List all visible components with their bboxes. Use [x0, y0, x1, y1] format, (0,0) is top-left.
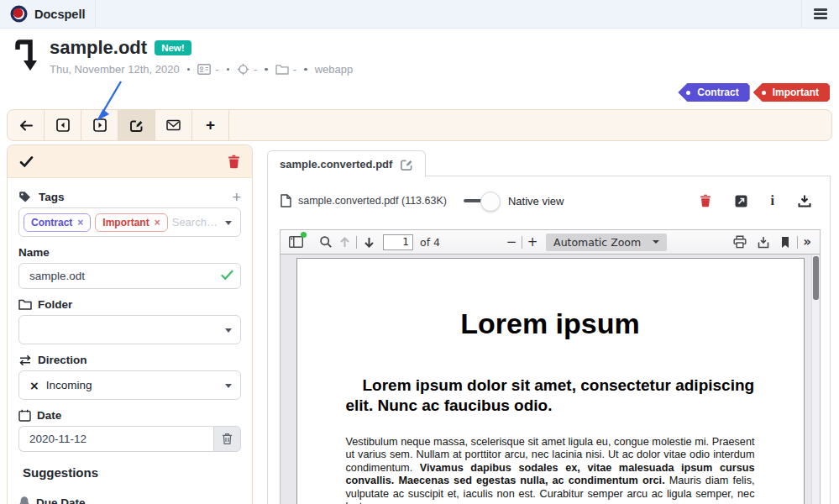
- file-name-size: sample.converted.pdf (113.63K): [298, 195, 447, 207]
- confirm-check-icon[interactable]: [19, 155, 34, 168]
- add-tag-button[interactable]: +: [232, 192, 241, 203]
- concerning-meta: -: [237, 63, 257, 76]
- date-field-group: [18, 426, 241, 452]
- hamburger-icon: [814, 8, 827, 19]
- rename-attachment-icon[interactable]: [400, 158, 413, 171]
- item-date: Thu, November 12th, 2020: [50, 63, 180, 76]
- zoom-out-button[interactable]: −: [504, 234, 519, 249]
- name-section-label: Name: [18, 246, 241, 259]
- tag-important[interactable]: Important: [753, 83, 830, 102]
- clear-date-button[interactable]: [213, 426, 241, 452]
- direction-select[interactable]: × Incoming: [18, 370, 241, 400]
- zoom-in-button[interactable]: +: [525, 234, 540, 249]
- pdf-toolbar: of 4 − + Automatic Zoom »: [281, 230, 820, 255]
- delete-attachment-icon[interactable]: [700, 194, 711, 207]
- folder-label: Folder: [38, 298, 72, 311]
- item-meta-row: Thu, November 12th, 2020 - -: [50, 63, 353, 76]
- docspell-app: Docspell sample.odt New! Thu, November 1…: [0, 0, 839, 504]
- toggle-sidebar-button[interactable]: [286, 233, 305, 251]
- edit-icon: [129, 118, 144, 133]
- direction-section-label: Direction: [18, 354, 241, 366]
- bell-icon: [18, 496, 30, 504]
- dot-separator: [227, 68, 230, 71]
- remove-tag-icon[interactable]: ×: [155, 217, 160, 228]
- folder-section-label: Folder: [18, 298, 241, 311]
- caret-square-left-icon: [56, 118, 70, 132]
- suggestions-heading: Suggestions: [18, 465, 241, 480]
- concerning-value: -: [254, 63, 257, 76]
- native-view-label: Native view: [508, 195, 564, 207]
- save-document-button[interactable]: [754, 233, 773, 251]
- tag-chip-important[interactable]: Important ×: [95, 213, 167, 232]
- pdf-page: Lorem ipsum Lorem ipsum dolor sit amet, …: [296, 258, 805, 504]
- name-input[interactable]: [18, 263, 241, 289]
- attachment-tab[interactable]: sample.converted.pdf: [267, 150, 426, 177]
- chip-label: Contract: [31, 217, 72, 228]
- name-field-wrap: [18, 263, 241, 289]
- zoom-level-select[interactable]: Automatic Zoom: [546, 234, 667, 251]
- name-label: Name: [18, 246, 50, 259]
- date-label: Date: [37, 409, 61, 422]
- direction-value: Incoming: [46, 379, 92, 391]
- tag-contract[interactable]: Contract: [678, 83, 749, 102]
- menu-button[interactable]: [801, 0, 839, 28]
- tag-search-placeholder: Search…: [172, 216, 218, 228]
- remove-tag-icon[interactable]: ×: [77, 217, 83, 228]
- docspell-logo-icon: [10, 5, 28, 23]
- top-navbar: Docspell: [0, 0, 839, 29]
- pdf-scrollbar[interactable]: [811, 255, 820, 504]
- next-item-button[interactable]: [81, 110, 118, 140]
- trash-outline-icon: [222, 433, 233, 445]
- clear-direction-icon[interactable]: ×: [29, 379, 39, 392]
- correspondent-meta: -: [197, 63, 218, 76]
- item-tags: Contract Important: [678, 83, 830, 102]
- prev-item-button[interactable]: [45, 110, 81, 140]
- send-mail-button[interactable]: [155, 110, 192, 140]
- date-section-label: Date: [18, 409, 241, 422]
- attachment-tab-label: sample.converted.pdf: [280, 158, 392, 171]
- delete-item-icon[interactable]: [228, 155, 240, 169]
- source-meta: webapp: [315, 63, 354, 76]
- new-badge: New!: [155, 40, 191, 55]
- source-value: webapp: [315, 63, 354, 76]
- toolbar-separator: [797, 236, 798, 249]
- tags-multiselect[interactable]: Contract × Important × Search…: [18, 207, 241, 237]
- correspondent-value: -: [215, 63, 218, 76]
- edit-item-button[interactable]: [118, 110, 155, 140]
- file-icon: [281, 194, 291, 207]
- pdf-viewer: of 4 − + Automatic Zoom »: [280, 229, 821, 504]
- calendar-icon: [18, 409, 31, 422]
- print-button[interactable]: [731, 233, 749, 251]
- more-tools-button[interactable]: »: [800, 234, 814, 249]
- edit-panel-header: [8, 145, 252, 178]
- file-actions: i: [700, 194, 811, 207]
- add-files-button[interactable]: +: [192, 110, 229, 140]
- chevron-down-icon: [225, 384, 232, 388]
- open-in-new-window-icon[interactable]: [735, 195, 747, 207]
- bookmark-button[interactable]: [776, 233, 794, 251]
- previous-page-button[interactable]: [335, 233, 354, 251]
- folder-select[interactable]: [18, 315, 241, 344]
- tags-icon: [18, 191, 33, 203]
- file-info-icon[interactable]: i: [771, 194, 774, 207]
- back-button[interactable]: [8, 110, 45, 140]
- next-page-button[interactable]: [359, 233, 378, 251]
- pdf-viewport[interactable]: Lorem ipsum Lorem ipsum dolor sit amet, …: [281, 255, 820, 504]
- date-input[interactable]: [18, 426, 213, 452]
- tags-label: Tags: [39, 191, 65, 203]
- download-file-icon[interactable]: [798, 194, 811, 207]
- level-down-arrow-icon: [13, 39, 39, 76]
- due-date-label: Due Date: [36, 496, 86, 504]
- native-view-toggle[interactable]: [464, 192, 497, 210]
- folder-icon: [275, 64, 289, 75]
- crosshairs-icon: [237, 63, 249, 76]
- find-in-document-button[interactable]: [317, 233, 335, 251]
- page-number-input[interactable]: [383, 234, 413, 250]
- sidebar-notify-dot: [301, 232, 307, 238]
- tag-chip-contract[interactable]: Contract ×: [24, 213, 91, 232]
- pdf-scrollbar-thumb[interactable]: [813, 256, 819, 300]
- document-subtitle: Lorem ipsum dolor sit amet, consectetur …: [346, 375, 755, 415]
- due-date-section-label: Due Date: [18, 496, 241, 504]
- brand[interactable]: Docspell: [0, 0, 96, 28]
- exchange-icon: [18, 354, 32, 366]
